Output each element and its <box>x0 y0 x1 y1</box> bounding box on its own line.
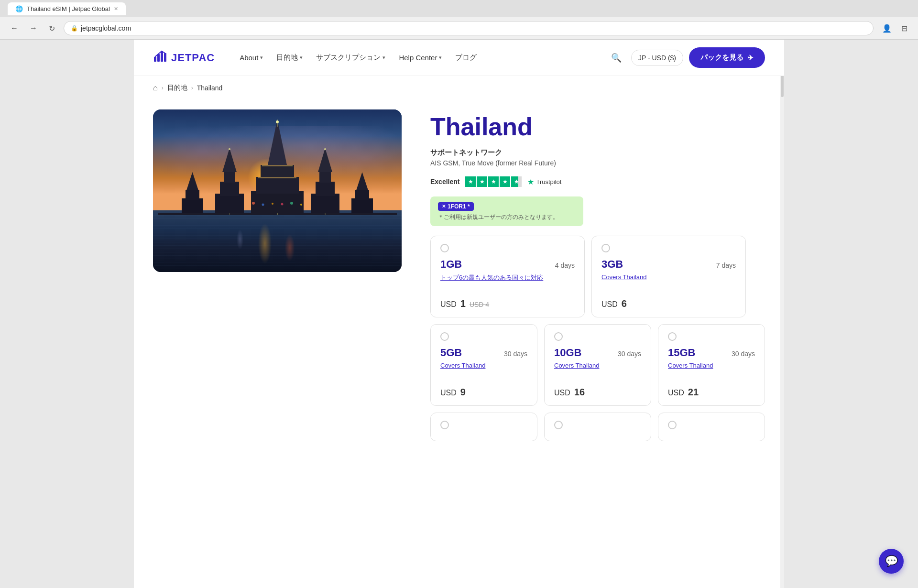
plan-price-row-1gb: USD 1 USD 4 <box>440 298 575 309</box>
trustpilot-star-icon: ★ <box>527 177 534 186</box>
nav-help[interactable]: Help Center ▾ <box>393 50 448 65</box>
main-content: Thailand サポートネットワーク AIS GSM, True Move (… <box>134 100 784 460</box>
plan-radio-15gb[interactable] <box>668 332 677 341</box>
browser-tab[interactable]: 🌐 Thailand eSIM | Jetpac Global ✕ <box>8 2 126 15</box>
breadcrumb-home[interactable]: ⌂ <box>153 84 158 92</box>
plan-price-label-15gb: USD <box>668 389 684 397</box>
plan-days-10gb: 30 days <box>618 350 641 358</box>
lock-icon: 🔒 <box>71 25 78 32</box>
plan-card-partial-1[interactable] <box>430 413 537 441</box>
nav-subscription[interactable]: サブスクリプション ▾ <box>310 49 391 66</box>
star-2: ★ <box>477 176 487 187</box>
tab-label: Thailand eSIM | Jetpac Global <box>27 5 110 12</box>
plan-card-partial-3[interactable] <box>658 413 765 441</box>
svg-rect-23 <box>351 198 373 215</box>
svg-point-32 <box>252 202 255 205</box>
plan-days-15gb: 30 days <box>732 350 755 358</box>
plan-radio-3gb[interactable] <box>601 244 610 252</box>
url-text: jetpacglobal.com <box>81 24 131 32</box>
nav-destinations[interactable]: 目的地 ▾ <box>271 49 308 66</box>
plan-card-1gb[interactable]: 1GB 4 days トップ6の最も人気のある国々に対応 USD 1 USD 4 <box>430 236 585 317</box>
svg-point-34 <box>272 203 273 205</box>
refresh-button[interactable]: ↻ <box>46 22 58 35</box>
breadcrumb: ⌂ › 目的地 › Thailand <box>134 76 784 100</box>
svg-rect-2 <box>161 51 163 62</box>
plan-coverage-1gb[interactable]: トップ6の最も人気のある国々に対応 <box>440 273 575 291</box>
nav-help-label: Help Center <box>399 54 437 62</box>
subscription-chevron-icon: ▾ <box>382 54 385 61</box>
promo-badge-icon: ✕ <box>442 204 446 209</box>
plan-radio-1gb[interactable] <box>440 244 449 252</box>
profile-button[interactable]: 👤 <box>879 22 895 35</box>
svg-marker-25 <box>356 172 368 190</box>
svg-point-33 <box>262 204 264 206</box>
forward-button[interactable]: → <box>27 22 40 34</box>
destinations-chevron-icon: ▾ <box>300 54 303 61</box>
plan-price-row-5gb: USD 9 <box>440 387 527 398</box>
plan-card-3gb[interactable]: 3GB 7 days Covers Thailand USD 6 <box>591 236 746 317</box>
search-button[interactable]: 🔍 <box>607 49 625 67</box>
nav-subscription-label: サブスクリプション <box>316 53 381 62</box>
promo-text: ＊ご利用は新規ユーザーの方のみとなります。 <box>438 213 576 221</box>
chat-icon: 💬 <box>885 555 898 567</box>
plan-radio-partial-3[interactable] <box>668 421 677 429</box>
svg-marker-22 <box>186 172 198 190</box>
logo[interactable]: JETPAC <box>153 48 215 67</box>
plans-grid-row3 <box>430 413 765 441</box>
svg-rect-3 <box>164 53 166 62</box>
star-3: ★ <box>488 176 499 187</box>
language-selector[interactable]: JP - USD ($) <box>631 50 683 66</box>
plan-card-partial-2[interactable] <box>544 413 651 441</box>
svg-rect-0 <box>154 57 156 62</box>
star-1: ★ <box>465 176 476 187</box>
plan-radio-partial-1[interactable] <box>440 421 449 429</box>
back-button[interactable]: ← <box>8 22 21 34</box>
svg-point-19 <box>324 148 326 150</box>
plan-coverage-10gb[interactable]: Covers Thailand <box>554 362 641 379</box>
scrollbar[interactable] <box>780 40 784 588</box>
logo-icon <box>153 48 168 67</box>
plan-coverage-5gb[interactable]: Covers Thailand <box>440 362 527 379</box>
plan-size-3gb: 3GB <box>601 258 623 271</box>
svg-point-37 <box>300 204 302 206</box>
nav-blog[interactable]: ブログ <box>449 49 482 66</box>
promo-badge: ✕ 1FOR1 * <box>438 202 474 211</box>
nav-items: About ▾ 目的地 ▾ サブスクリプション ▾ Help Center ▾ … <box>234 49 607 66</box>
plan-radio-10gb[interactable] <box>554 332 563 341</box>
plan-days-1gb: 4 days <box>555 261 575 269</box>
plane-icon: ✈ <box>747 54 754 62</box>
nav-about[interactable]: About ▾ <box>234 50 269 65</box>
logo-text: JETPAC <box>171 52 215 64</box>
plan-radio-5gb[interactable] <box>440 332 449 341</box>
svg-rect-4 <box>251 191 304 215</box>
svg-point-36 <box>290 202 293 205</box>
breadcrumb-destinations[interactable]: 目的地 <box>167 84 187 92</box>
breadcrumb-current: Thailand <box>197 84 223 92</box>
plans-grid-row2: 5GB 30 days Covers Thailand USD 9 10GB 3… <box>430 324 765 406</box>
cta-button[interactable]: パックを見る ✈ <box>689 47 765 68</box>
svg-rect-15 <box>311 194 339 215</box>
plan-card-15gb[interactable]: 15GB 30 days Covers Thailand USD 21 <box>658 324 765 406</box>
plan-radio-partial-2[interactable] <box>554 421 563 429</box>
plan-card-5gb[interactable]: 5GB 30 days Covers Thailand USD 9 <box>430 324 537 406</box>
svg-rect-24 <box>355 190 369 200</box>
address-bar[interactable]: 🔒 jetpacglobal.com <box>64 21 874 35</box>
plan-price-label-5gb: USD <box>440 389 457 397</box>
plan-price-num-5gb: 9 <box>460 387 466 398</box>
svg-point-14 <box>229 148 230 150</box>
svg-point-35 <box>281 203 284 206</box>
svg-rect-30 <box>258 177 296 178</box>
svg-rect-17 <box>319 172 331 183</box>
plan-card-10gb[interactable]: 10GB 30 days Covers Thailand USD 16 <box>544 324 651 406</box>
trustpilot-label: Excellent <box>430 178 459 185</box>
chat-bubble-button[interactable]: 💬 <box>879 549 904 574</box>
promo-badge-text: 1FOR1 * <box>448 203 470 210</box>
plan-size-10gb: 10GB <box>554 347 581 359</box>
plan-coverage-3gb[interactable]: Covers Thailand <box>601 273 736 291</box>
network-label: サポートネットワーク <box>430 148 765 157</box>
plan-coverage-15gb[interactable]: Covers Thailand <box>668 362 755 379</box>
tab-close-icon[interactable]: ✕ <box>114 6 118 12</box>
network-names: AIS GSM, True Move (former Real Future) <box>430 159 765 167</box>
sidebar-toggle[interactable]: ⊟ <box>898 22 910 35</box>
promo-banner: ✕ 1FOR1 * ＊ご利用は新規ユーザーの方のみとなります。 <box>430 196 583 226</box>
